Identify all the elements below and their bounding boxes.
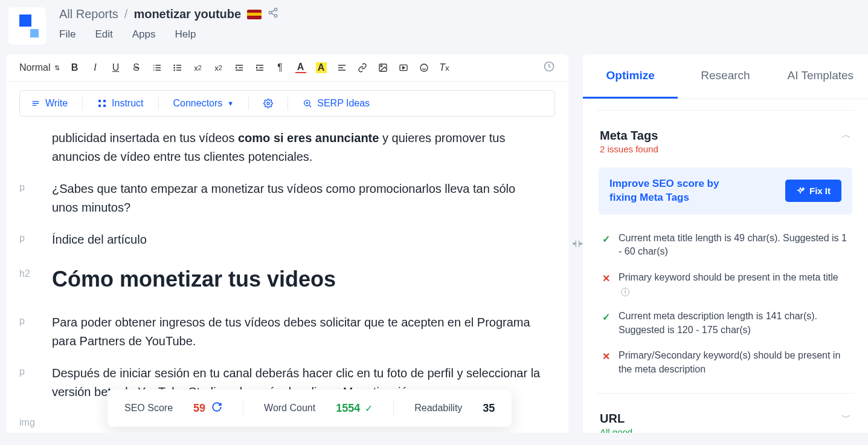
- fix-it-button[interactable]: Fix It: [785, 180, 841, 202]
- section-title: Meta Tags: [600, 129, 658, 143]
- svg-point-3: [173, 65, 175, 67]
- word-count-value: 1554: [336, 402, 360, 415]
- side-panel: Optimize Research AI Templates Meta Tags…: [583, 54, 868, 433]
- svg-point-5: [173, 70, 175, 71]
- info-icon[interactable]: i: [621, 288, 629, 296]
- svg-rect-11: [103, 100, 106, 102]
- svg-rect-12: [98, 105, 101, 107]
- heading-2[interactable]: Cómo monetizar tus videos: [52, 262, 336, 296]
- check-fail-icon: ✕: [602, 271, 610, 298]
- emoji-icon[interactable]: [419, 62, 429, 73]
- readability-label: Readability: [414, 403, 462, 414]
- ai-settings-icon[interactable]: [263, 99, 273, 108]
- image-icon[interactable]: [378, 62, 388, 73]
- link-icon[interactable]: [357, 62, 368, 73]
- outdent-icon[interactable]: [234, 62, 245, 73]
- menu-file[interactable]: File: [59, 28, 76, 41]
- chevron-down-icon: ﹀: [841, 412, 851, 424]
- refresh-icon[interactable]: [211, 401, 222, 415]
- block-tag: p: [19, 313, 52, 351]
- chevron-up-icon: ︿: [841, 129, 851, 141]
- menu-bar: File Edit Apps Help: [59, 28, 278, 41]
- align-icon[interactable]: [336, 62, 347, 73]
- svg-rect-13: [103, 105, 106, 107]
- svg-point-4: [173, 67, 175, 69]
- block-tag: p: [19, 364, 52, 401]
- svg-point-2: [274, 15, 277, 18]
- history-icon[interactable]: [543, 60, 555, 75]
- seo-score-label: SEO Score: [124, 403, 173, 414]
- svg-point-9: [420, 64, 428, 71]
- word-count-label: Word Count: [264, 403, 315, 414]
- section-status: All good: [600, 427, 632, 433]
- video-icon[interactable]: [398, 62, 409, 73]
- ordered-list-icon[interactable]: [152, 62, 162, 73]
- format-toolbar: Normal ⇅ B I U S x2 x2 ¶ A A Tx: [6, 54, 568, 82]
- strike-icon[interactable]: S: [131, 62, 142, 73]
- ai-serp-button[interactable]: SERP Ideas: [303, 98, 370, 109]
- share-icon[interactable]: [268, 7, 278, 21]
- readability-value: 35: [483, 402, 495, 415]
- tab-ai-templates[interactable]: AI Templates: [773, 54, 868, 99]
- direction-icon[interactable]: ¶: [275, 62, 286, 73]
- section-meta-tags[interactable]: Meta Tags 2 issues found ︿: [599, 122, 852, 161]
- paragraph[interactable]: Índice del artículo: [52, 230, 147, 249]
- text-color-icon[interactable]: A: [295, 62, 306, 73]
- locale-flag-icon[interactable]: [247, 10, 262, 19]
- highlight-icon[interactable]: A: [316, 62, 327, 73]
- clear-format-icon[interactable]: Tx: [439, 62, 450, 73]
- check-ok-icon: ✓: [602, 232, 610, 259]
- ai-instruct-button[interactable]: Instruct: [97, 98, 143, 109]
- paragraph[interactable]: Para poder obtener ingresos de tus vídeo…: [52, 313, 541, 351]
- tab-optimize[interactable]: Optimize: [583, 54, 678, 99]
- unordered-list-icon[interactable]: [172, 62, 183, 73]
- subscript-icon[interactable]: x2: [193, 62, 204, 73]
- check-ok-icon: ✓: [602, 310, 610, 337]
- ai-write-button[interactable]: Write: [31, 98, 68, 109]
- block-tag: h2: [19, 262, 52, 296]
- underline-icon[interactable]: U: [111, 62, 121, 73]
- block-tag: img: [19, 415, 52, 428]
- ai-toolbar: Write Instruct Connectors ▼ SERP Ideas: [19, 90, 555, 117]
- app-header: All Reports / monetizar youtube File Edi…: [0, 0, 868, 45]
- breadcrumb: All Reports / monetizar youtube: [59, 7, 278, 21]
- check-icon: ✓: [365, 403, 373, 414]
- block-tag: p: [19, 180, 52, 217]
- italic-icon[interactable]: I: [90, 62, 101, 73]
- panel-resize-handle[interactable]: [572, 54, 583, 433]
- document-body[interactable]: publicidad insertada en tus vídeos como …: [6, 117, 568, 433]
- block-tag: p: [19, 230, 52, 249]
- svg-rect-10: [98, 100, 101, 102]
- side-tabs: Optimize Research AI Templates: [583, 54, 868, 99]
- menu-help[interactable]: Help: [175, 28, 196, 41]
- bold-icon[interactable]: B: [69, 62, 80, 73]
- editor-panel: Normal ⇅ B I U S x2 x2 ¶ A A Tx Wri: [6, 54, 568, 433]
- check-item: ✕ Primary/Secondary keyword(s) should be…: [599, 343, 852, 382]
- check-item: ✓ Current meta description length is 141…: [599, 304, 852, 343]
- svg-point-14: [267, 102, 269, 105]
- fix-suggestion-card: Improve SEO score by fixing Meta Tags Fi…: [599, 167, 852, 215]
- status-bar: SEO Score 59 Word Count 1554 ✓ Readabili…: [108, 389, 512, 427]
- check-fail-icon: ✕: [602, 349, 610, 376]
- section-title: URL: [600, 412, 632, 426]
- section-issues: 2 issues found: [600, 144, 658, 154]
- app-logo: [8, 7, 46, 45]
- block-format-select[interactable]: Normal ⇅: [19, 62, 60, 73]
- menu-edit[interactable]: Edit: [95, 28, 112, 41]
- check-list: ✓ Current meta title length is 49 char(s…: [599, 226, 852, 382]
- check-item: ✓ Current meta title length is 49 char(s…: [599, 226, 852, 265]
- svg-point-7: [381, 65, 382, 67]
- svg-point-1: [269, 11, 272, 15]
- ai-connectors-button[interactable]: Connectors ▼: [173, 98, 234, 109]
- superscript-icon[interactable]: x2: [213, 62, 224, 73]
- fix-title: Improve SEO score by fixing Meta Tags: [609, 177, 742, 205]
- seo-score-value: 59: [193, 402, 205, 415]
- breadcrumb-root[interactable]: All Reports: [59, 7, 118, 21]
- paragraph[interactable]: ¿Sabes que tanto empezar a monetizar tus…: [52, 180, 541, 217]
- indent-icon[interactable]: [254, 62, 265, 73]
- breadcrumb-current: monetizar youtube: [133, 7, 241, 21]
- tab-research[interactable]: Research: [678, 54, 773, 99]
- svg-point-0: [274, 8, 277, 11]
- menu-apps[interactable]: Apps: [132, 28, 156, 41]
- section-url[interactable]: URL All good ﹀: [599, 404, 852, 433]
